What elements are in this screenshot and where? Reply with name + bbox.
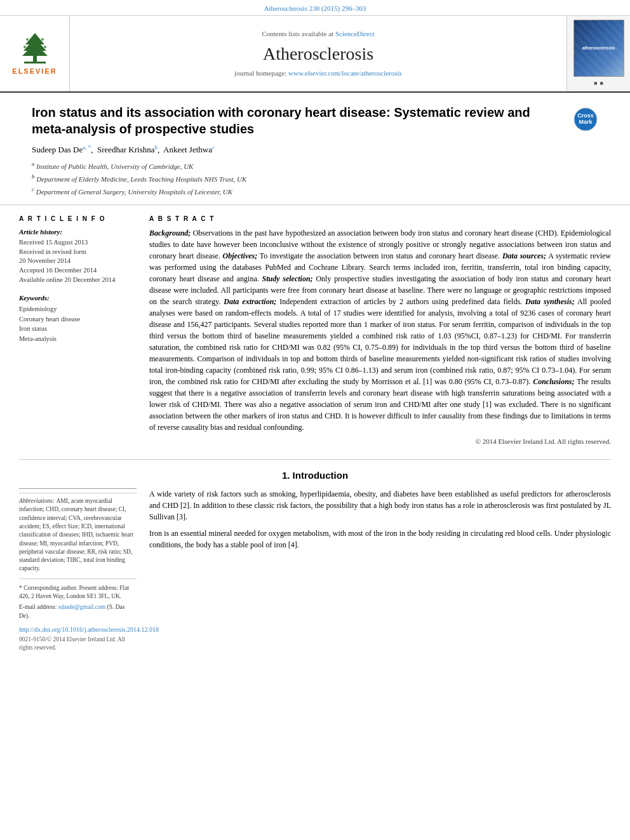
issn-line: 0021-9150/© 2014 Elsevier Ireland Ltd. A… [19, 636, 137, 653]
abstract-section: A B S T R A C T Background; Observations… [149, 215, 611, 446]
elsevier-tree-icon [13, 30, 57, 65]
main-content-area: A R T I C L E I N F O Article history: R… [0, 205, 630, 453]
introduction-area: 1. Introduction Abbreviations: AMI, acut… [0, 469, 630, 652]
affiliation-c: c Department of General Surgery, Univers… [32, 185, 598, 197]
svg-point-8 [44, 46, 46, 48]
article-header: Iron status and its association with cor… [0, 93, 630, 205]
cover-icon-area: ■ ■ [594, 79, 603, 88]
author-1: Sudeep Das De [32, 145, 83, 154]
copyright: © 2014 Elsevier Ireland Ltd. All rights … [149, 437, 611, 446]
rss-icon: ■ [594, 79, 597, 88]
elsevier-logo: ELSEVIER [12, 30, 57, 76]
corresponding-note: * Corresponding author. Present address:… [19, 584, 137, 601]
journal-header: ELSEVIER Contents lists available at Sci… [0, 16, 630, 93]
study-selection-label: Study selection; [262, 274, 313, 283]
author-2-sup: b [155, 144, 158, 150]
sciencedirect-link[interactable]: ScienceDirect [335, 30, 375, 37]
elsevier-logo-area: ELSEVIER [0, 16, 70, 91]
affiliation-a: a Institute of Public Health, University… [32, 160, 598, 171]
svg-rect-1 [24, 62, 46, 63]
conclusions-label: Conclusions; [533, 377, 574, 386]
keywords-section: Keywords: Epidemiology Coronary heart di… [19, 293, 137, 343]
svg-point-7 [23, 46, 26, 48]
intro-section-title: 1. Introduction [19, 469, 611, 482]
footnote-divider [19, 488, 137, 489]
affiliation-b: b Department of Elderly Medicine, Leeds … [32, 173, 598, 184]
abstract-column: A B S T R A C T Background; Observations… [149, 215, 611, 453]
keyword-4: Meta-analysis [19, 335, 137, 344]
affiliations: a Institute of Public Health, University… [32, 160, 598, 197]
abstract-text: Background; Observations in the past hav… [149, 227, 611, 433]
author-3: Ankeet Jethwa [163, 145, 212, 154]
intro-two-col: Abbreviations: AMI, acute myocardial inf… [19, 488, 611, 652]
email-line: E-mail address: sdasde@gmail.com (S. Das… [19, 603, 137, 620]
journal-url[interactable]: www.elsevier.com/locate/atherosclerosis [288, 69, 402, 77]
history-label: Article history: [19, 227, 137, 237]
article-info-column: A R T I C L E I N F O Article history: R… [19, 215, 137, 453]
article-info-header: A R T I C L E I N F O [19, 215, 137, 223]
section-divider [19, 459, 611, 460]
email-link[interactable]: sdasde@gmail.com [58, 604, 105, 610]
journal-cover-area: atherosclerosis ■ ■ [566, 16, 630, 91]
history-accepted: Accepted 16 December 2014 [19, 266, 137, 276]
keyword-2: Coronary heart disease [19, 315, 137, 324]
data-extraction-label: Data extraction; [224, 297, 276, 306]
contents-available: Contents lists available at ScienceDirec… [262, 29, 374, 39]
journal-cover-image: atherosclerosis [573, 20, 624, 77]
svg-text:Cross: Cross [577, 112, 594, 119]
crossmark-badge: Cross Mark [573, 107, 598, 132]
objectives-label: Objectives; [223, 251, 258, 260]
journal-homepage: journal homepage: www.elsevier.com/locat… [234, 69, 402, 78]
intro-para-2: Iron is an essential mineral needed for … [149, 528, 611, 550]
keyword-3: Iron status [19, 324, 137, 334]
svg-point-6 [41, 38, 44, 41]
data-synthesis-label: Data synthesis; [525, 297, 575, 306]
article-info-section: A R T I C L E I N F O Article history: R… [19, 215, 137, 285]
footnote-box: Abbreviations: AMI, acute myocardial inf… [19, 493, 137, 652]
footnote-inner-divider [19, 578, 137, 579]
journal-citation: Atherosclerosis 238 (2015) 296–303 [0, 0, 630, 16]
abbrev-text: AMI, acute myocardial infarction; CHD, c… [19, 498, 133, 571]
link-icon: ■ [600, 79, 603, 88]
intro-para-1: A wide variety of risk factors such as s… [149, 488, 611, 523]
author-3-sup: c [212, 144, 215, 150]
journal-title-area: Contents lists available at ScienceDirec… [70, 16, 566, 91]
history-online: Available online 20 December 2014 [19, 276, 137, 285]
footnote-column: Abbreviations: AMI, acute myocardial inf… [19, 488, 137, 652]
author-1-sup: a, * [83, 144, 91, 150]
cover-title: atherosclerosis [581, 44, 617, 53]
keyword-1: Epidemiology [19, 305, 137, 314]
data-sources-label: Data sources; [502, 251, 546, 260]
title-badge-row: Iron status and its association with cor… [32, 104, 598, 143]
abbrev-title: Abbreviations: AMI, acute myocardial inf… [19, 497, 137, 573]
history-received: Received 15 August 2013 [19, 238, 137, 248]
keywords-label: Keywords: [19, 293, 137, 303]
elsevier-text: ELSEVIER [12, 67, 57, 76]
journal-title: Atherosclerosis [263, 41, 373, 66]
svg-point-5 [26, 38, 29, 41]
history-revised-label: Received in revised form [19, 248, 137, 257]
article-title: Iron status and its association with cor… [32, 104, 563, 137]
intro-text-column: A wide variety of risk factors such as s… [149, 488, 611, 652]
author-2: Sreedhar Krishna [97, 145, 155, 154]
doi-link[interactable]: http://dx.doi.org/10.1016/j.atherosclero… [19, 625, 137, 634]
background-label: Background; [149, 229, 191, 237]
abstract-header: A B S T R A C T [149, 215, 611, 223]
history-revised-date: 20 November 2014 [19, 257, 137, 266]
authors-line: Sudeep Das Dea, *, Sreedhar Krishnab, An… [32, 143, 598, 156]
svg-text:Mark: Mark [579, 119, 593, 125]
